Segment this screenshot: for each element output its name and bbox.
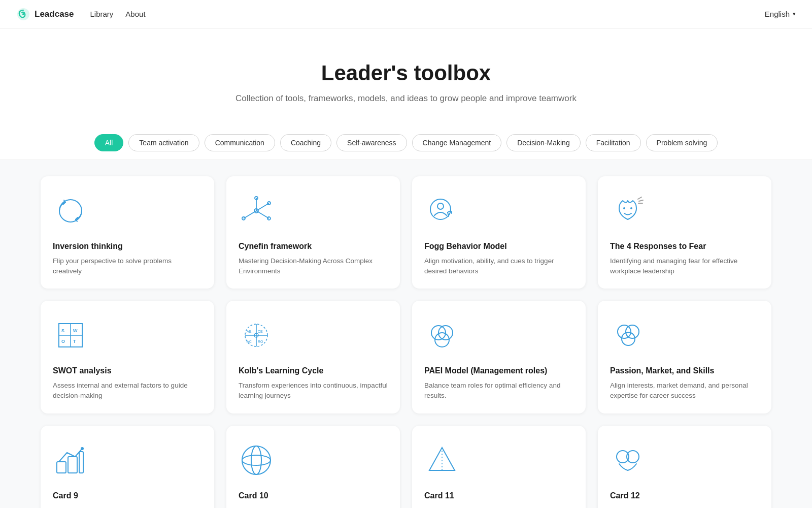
- svg-point-37: [618, 325, 631, 338]
- filter-btn-all[interactable]: All: [94, 134, 124, 151]
- svg-rect-40: [57, 462, 66, 473]
- paei-icon: [424, 315, 573, 356]
- svg-point-15: [630, 207, 632, 209]
- svg-text:AC: AC: [247, 340, 252, 343]
- svg-point-38: [626, 325, 639, 338]
- card-title: Cynefin framework: [239, 241, 388, 252]
- svg-text:S: S: [61, 328, 64, 333]
- card-title: Card 9: [53, 491, 202, 501]
- filter-btn-decision-making[interactable]: Decision-Making: [506, 134, 580, 151]
- card-description: Align motivation, ability, and cues to t…: [424, 256, 573, 277]
- fogg-icon: [424, 190, 573, 231]
- card9-icon: [53, 440, 202, 481]
- card-card11[interactable]: Card 11: [412, 426, 586, 508]
- svg-text:RO: RO: [258, 340, 263, 343]
- card-title: Passion, Market, and Skills: [610, 366, 759, 376]
- card-title: The 4 Responses to Fear: [610, 241, 759, 252]
- filter-btn-change-management[interactable]: Change Management: [412, 134, 502, 151]
- svg-point-39: [622, 332, 635, 345]
- card-title: Card 10: [239, 491, 388, 501]
- filter-btn-facilitation[interactable]: Facilitation: [586, 134, 641, 151]
- brand-icon: [16, 7, 30, 21]
- card-fogg[interactable]: Fogg Behavior ModelAlign motivation, abi…: [412, 176, 586, 289]
- navbar: Leadcase Library About English ▾: [0, 0, 812, 28]
- card-title: Card 11: [424, 491, 573, 501]
- svg-point-45: [251, 446, 261, 474]
- svg-rect-42: [79, 452, 83, 473]
- kolb-icon: AE CE AC RO: [239, 315, 388, 356]
- language-label: English: [765, 10, 790, 18]
- card-description: Balance team roles for optimal efficienc…: [424, 380, 573, 401]
- chevron-down-icon: ▾: [793, 11, 796, 17]
- card-kolb[interactable]: AE CE AC RO Kolb's Learning CycleTransfo…: [226, 301, 400, 413]
- svg-text:CE: CE: [258, 330, 263, 333]
- svg-point-2: [59, 200, 82, 222]
- card11-icon: [424, 440, 573, 481]
- svg-line-17: [639, 200, 643, 201]
- card-description: Flip your perspective to solve problems …: [53, 256, 202, 277]
- language-selector[interactable]: English ▾: [765, 10, 796, 18]
- card10-icon: [239, 440, 388, 481]
- card-grid: Inversion thinkingFlip your perspective …: [0, 160, 812, 508]
- svg-point-13: [437, 203, 444, 209]
- navbar-links: Library About: [90, 10, 146, 18]
- brand-logo[interactable]: Leadcase: [16, 7, 74, 21]
- card-paei[interactable]: PAEI Model (Management roles)Balance tea…: [412, 301, 586, 413]
- passion-icon: [610, 315, 759, 356]
- card-inversion[interactable]: Inversion thinkingFlip your perspective …: [41, 176, 214, 289]
- card-description: Identifying and managing fear for effect…: [610, 256, 759, 277]
- card-description: Mastering Decision-Making Across Complex…: [239, 256, 388, 277]
- filter-btn-problem-solving[interactable]: Problem solving: [646, 134, 718, 151]
- card-title: Inversion thinking: [53, 241, 202, 252]
- svg-text:W: W: [73, 328, 78, 333]
- svg-line-16: [638, 197, 641, 199]
- card12-icon: [610, 440, 759, 481]
- svg-point-1: [22, 13, 24, 15]
- hero-section: Leader's toolbox Collection of tools, fr…: [0, 28, 812, 120]
- filter-btn-team-activation[interactable]: Team activation: [128, 134, 199, 151]
- card-card10[interactable]: Card 10: [226, 426, 400, 508]
- inversion-icon: [53, 190, 202, 231]
- fear-icon: [610, 190, 759, 231]
- filter-btn-self-awareness[interactable]: Self-awareness: [336, 134, 407, 151]
- page-subtitle: Collection of tools, frameworks, models,…: [16, 93, 796, 104]
- nav-about[interactable]: About: [125, 10, 145, 18]
- card-description: Transform experiences into continuous, i…: [239, 380, 388, 401]
- svg-point-46: [242, 446, 270, 474]
- svg-text:AE: AE: [247, 330, 252, 333]
- brand-name: Leadcase: [35, 9, 74, 19]
- card-description: Align interests, market demand, and pers…: [610, 380, 759, 401]
- card-swot[interactable]: S W O T SWOT analysisAssess internal and…: [41, 301, 214, 413]
- swot-icon: S W O T: [53, 315, 202, 356]
- filter-btn-communication[interactable]: Communication: [205, 134, 275, 151]
- filter-bar: AllTeam activationCommunicationCoachingS…: [0, 120, 812, 160]
- card-description: Assess internal and external factors to …: [53, 380, 202, 401]
- svg-text:T: T: [73, 339, 76, 344]
- card-passion[interactable]: Passion, Market, and SkillsAlign interes…: [598, 301, 771, 413]
- filter-btn-coaching[interactable]: Coaching: [280, 134, 331, 151]
- card-title: SWOT analysis: [53, 366, 202, 376]
- card-title: Card 12: [610, 491, 759, 501]
- svg-point-14: [623, 207, 625, 209]
- card-title: PAEI Model (Management roles): [424, 366, 573, 376]
- card-card9[interactable]: Card 9: [41, 426, 214, 508]
- page-title: Leader's toolbox: [16, 61, 796, 85]
- nav-library[interactable]: Library: [90, 10, 114, 18]
- svg-text:O: O: [61, 339, 65, 344]
- card-card12[interactable]: Card 12: [598, 426, 771, 508]
- card-title: Kolb's Learning Cycle: [239, 366, 388, 376]
- svg-point-44: [242, 455, 270, 465]
- svg-rect-41: [68, 457, 77, 473]
- card-fear[interactable]: The 4 Responses to FearIdentifying and m…: [598, 176, 771, 289]
- svg-point-43: [81, 447, 84, 450]
- card-cynefin[interactable]: Cynefin frameworkMastering Decision-Maki…: [226, 176, 400, 289]
- card-title: Fogg Behavior Model: [424, 241, 573, 252]
- cynefin-icon: [239, 190, 388, 231]
